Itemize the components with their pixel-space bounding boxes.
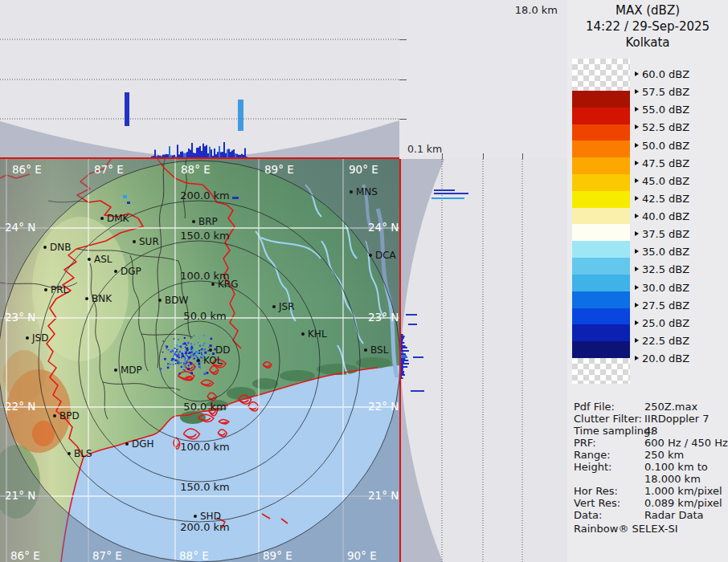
- station-dot: [44, 288, 47, 291]
- range-ring-label: 50.0 km: [183, 310, 226, 322]
- legend-tick-arrow: [635, 231, 639, 236]
- station-label: BLS: [74, 448, 92, 459]
- legend-color-band: [572, 108, 630, 124]
- latitude-label: 24° N: [368, 221, 399, 234]
- station-label: DCA: [375, 250, 397, 261]
- height-tick: [399, 119, 407, 120]
- station-dot: [272, 305, 276, 308]
- station-dot: [211, 283, 215, 286]
- station-label: DGP: [121, 266, 141, 277]
- info-row-label: Time sampling:: [574, 425, 654, 437]
- station-label: ASL: [94, 254, 112, 265]
- station-dot: [209, 348, 212, 352]
- longitude-label: 89° E: [263, 549, 292, 562]
- legend-value-label: 52.5 dBZ: [642, 121, 689, 133]
- range-ring-label: 50.0 km: [183, 401, 226, 413]
- station-dot: [85, 297, 88, 300]
- info-row-label: Vert Res:: [574, 497, 620, 509]
- legend-value-label: 55.0 dBZ: [642, 104, 689, 116]
- station-label: KHL: [308, 328, 327, 340]
- legend-value-label: 40.0 dBZ: [642, 210, 689, 222]
- legend-value-label: 32.5 dBZ: [642, 263, 689, 275]
- info-row-value: 250 km: [644, 449, 684, 461]
- height-baseline: [399, 159, 401, 562]
- station-dot: [114, 270, 117, 273]
- longitude-label: 90° E: [347, 549, 377, 562]
- info-row-label: Clutter Filter:: [574, 413, 642, 425]
- station-dot: [88, 258, 91, 261]
- product-title: MAX (dBZ): [567, 3, 728, 18]
- station-label: DGH: [132, 438, 154, 450]
- station-label: KOL: [203, 355, 223, 366]
- station-label: DD: [215, 344, 230, 356]
- station-label: KRG: [218, 279, 239, 290]
- longitude-label: 90° E: [349, 163, 378, 176]
- longitude-label: 88° E: [179, 549, 209, 562]
- station-label: BRP: [198, 216, 218, 227]
- latitude-label: 22° N: [368, 400, 399, 413]
- station-label: SHD: [200, 511, 221, 522]
- corner-panel: 18.0 km 0.1 km: [399, 0, 567, 159]
- software-brand: Rainbow® SELEX-SI: [574, 523, 678, 535]
- legend-color-band: [572, 241, 630, 258]
- legend-value-label: 42.5 dBZ: [642, 192, 689, 204]
- legend-tick-arrow: [635, 161, 639, 165]
- legend-value-label: 57.5 dBZ: [642, 86, 689, 98]
- legend-value-label: 22.5 dBZ: [642, 334, 689, 346]
- legend-tick-arrow: [635, 356, 639, 360]
- station-dot: [100, 217, 104, 220]
- range-ring-label: 150.0 km: [180, 481, 230, 493]
- height-tick: [399, 79, 407, 80]
- legend-tick-arrow: [635, 267, 639, 271]
- legend-tick-arrow: [635, 303, 639, 307]
- station-label: DNB: [50, 242, 71, 253]
- station-dot: [192, 220, 195, 223]
- radar-map-panel: 86° E86° E87° E87° E88° E88° E89° E89° E…: [0, 159, 399, 562]
- info-row-value: 0.089 km/pixel: [644, 497, 722, 509]
- top-height-profile-panel: [0, 0, 399, 159]
- legend-tick-arrow: [635, 178, 639, 183]
- info-row-value: 1.000 km/pixel: [644, 485, 722, 497]
- legend-value-label: 35.0 dBZ: [642, 246, 689, 258]
- station-label: MNS: [356, 186, 378, 198]
- latitude-label: 23° N: [5, 311, 35, 324]
- legend-color-band: [572, 140, 630, 157]
- legend-tick-arrow: [635, 338, 639, 343]
- station-dot: [301, 332, 305, 336]
- info-row-label: Pdf File:: [574, 401, 615, 413]
- range-ring-label: 200.0 km: [180, 189, 230, 202]
- station-label: JSR: [278, 301, 295, 312]
- legend-tick-arrow: [635, 124, 639, 129]
- station-dot: [194, 515, 197, 518]
- latitude-label: 24° N: [5, 221, 35, 234]
- latitude-label: 21° N: [368, 489, 399, 502]
- legend-tick-arrow: [635, 143, 639, 148]
- station-dot: [369, 254, 372, 257]
- legend-value-label: 47.5 dBZ: [642, 157, 689, 169]
- info-row-value: 48: [644, 425, 658, 437]
- range-ring-label: 200.0 km: [180, 521, 230, 533]
- station-label: MDP: [121, 364, 142, 376]
- legend-value-label: 27.5 dBZ: [642, 299, 689, 311]
- legend-color-band: [572, 208, 630, 225]
- legend-value-label: 50.0 dBZ: [642, 139, 689, 151]
- info-row-value: Radar Data: [644, 509, 703, 521]
- legend-color-band: [572, 157, 630, 174]
- longitude-label: 86° E: [12, 163, 42, 176]
- legend-color-band: [572, 191, 630, 208]
- legend-value-label: 20.0 dBZ: [642, 352, 689, 364]
- legend-transparent-band: [572, 59, 630, 91]
- height-tick: [483, 153, 484, 159]
- legend-color-band: [572, 291, 630, 308]
- legend-color-band: [572, 91, 630, 108]
- legend-transparent-band: [572, 358, 630, 384]
- station-dot: [158, 299, 162, 302]
- info-row-value: 0.100 km to: [644, 461, 708, 473]
- latitude-label: 22° N: [5, 400, 35, 413]
- legend-color-band: [572, 341, 630, 358]
- legend-tick-arrow: [635, 89, 639, 94]
- latitude-label: 23° N: [368, 311, 399, 324]
- station-label: BPD: [59, 410, 80, 422]
- right-height-profile-panel: [399, 159, 567, 562]
- legend-color-band: [572, 308, 630, 325]
